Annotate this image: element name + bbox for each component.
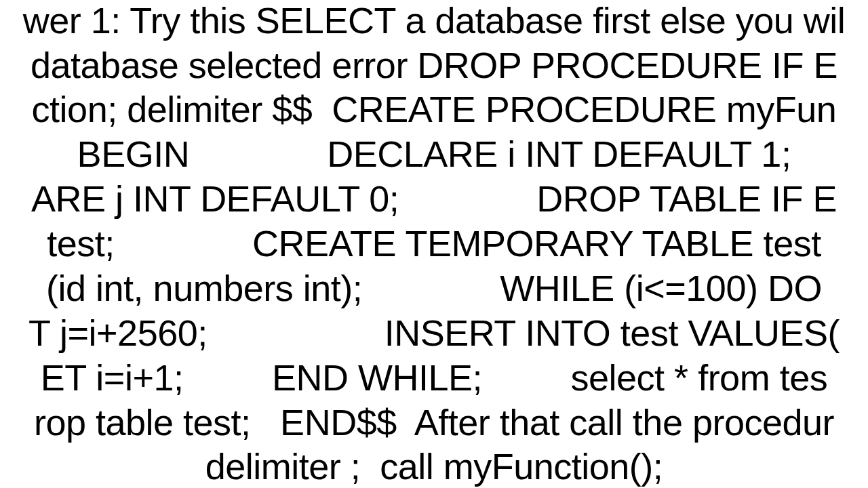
code-text-block: wer 1: Try this SELECT a database first …	[0, 0, 868, 488]
